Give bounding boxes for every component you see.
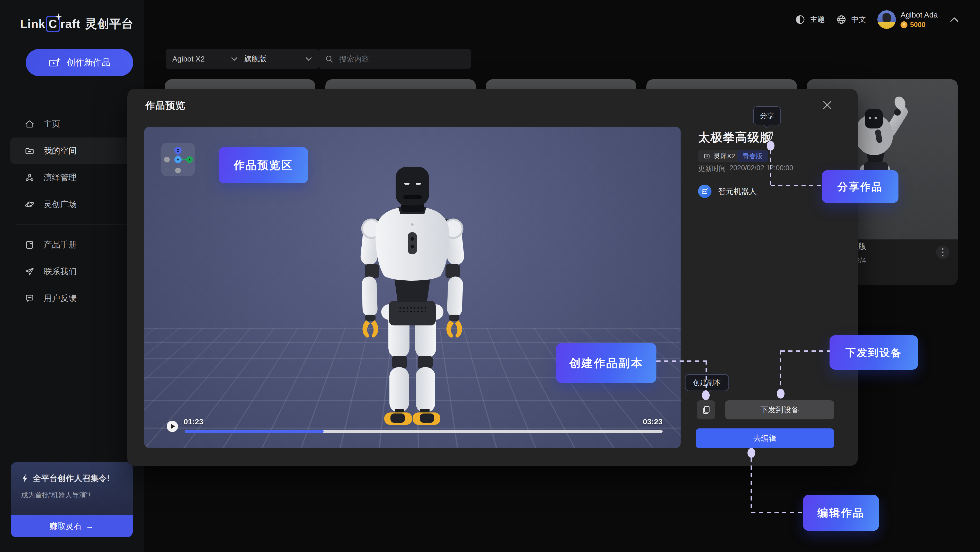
video-plus-icon [49, 57, 61, 68]
search-bar [318, 49, 471, 69]
annotation-dot [777, 389, 784, 399]
app-logo: LinkCraft 灵创平台 [20, 16, 134, 32]
coin-balance: 5000 [900, 21, 938, 29]
folder-icon [25, 146, 35, 156]
annotation-connector [656, 361, 706, 362]
tag-edition: 青春版 [737, 150, 768, 162]
user-avatar[interactable] [877, 10, 896, 29]
updated-time: 更新时间 2020/02/02 12:00:00 [698, 164, 793, 173]
earn-gems-button[interactable]: 赚取灵石 → [11, 515, 133, 537]
logo-c-mark: C [46, 16, 60, 32]
annotation-create-copy: 创建作品副本 [556, 343, 656, 383]
create-new-work-label: 创作新作品 [67, 57, 110, 69]
create-new-work-button[interactable]: 创作新作品 [26, 49, 133, 76]
sidebar-item-label: 演绎管理 [44, 172, 76, 183]
search-icon [325, 54, 334, 63]
annotation-connector [751, 458, 752, 512]
axis-gizmo[interactable]: Z Y X [161, 143, 195, 176]
edition-dropdown-value: 旗舰版 [244, 54, 266, 64]
sidebar-item-feedback[interactable]: 用户反馈 [10, 285, 134, 312]
annotation-dot [702, 390, 710, 400]
sidebar-item-contact[interactable]: 联系我们 [10, 258, 134, 285]
logo-text-prefix: Link [20, 17, 46, 31]
annotation-dot [767, 141, 775, 151]
annotation-connector [770, 150, 771, 185]
progress-bar[interactable] [185, 430, 663, 433]
planet-icon [25, 199, 35, 209]
user-account[interactable]: Agibot Ada 5000 [877, 10, 938, 29]
work-preview-modal: 作品预览 Z Y X [127, 89, 858, 466]
sidebar-item-plaza[interactable]: 灵创广场 [10, 191, 134, 218]
theme-toggle[interactable]: 主题 [795, 14, 825, 25]
author-name: 智元机器人 [718, 186, 757, 197]
axis-x-label: X [188, 158, 191, 162]
deploy-to-device-button[interactable]: 下发到设备 [725, 400, 834, 420]
search-input[interactable] [339, 54, 463, 64]
robot-logo-icon [701, 187, 709, 195]
sidebar-item-performance[interactable]: 演绎管理 [10, 164, 134, 191]
feedback-icon [25, 294, 35, 303]
annotation-deploy: 下发到设备 [829, 335, 918, 370]
home-icon [25, 119, 35, 129]
card-more-menu-button[interactable] [936, 246, 950, 259]
close-icon[interactable] [821, 99, 833, 111]
sidebar-item-manual[interactable]: 产品手册 [10, 231, 134, 258]
avatar-robot-head [883, 13, 891, 22]
total-time: 03:23 [643, 417, 663, 426]
author-row: 智元机器人 [698, 185, 757, 198]
annotation-preview-area: 作品预览区 [219, 147, 308, 183]
logo-star-icon [55, 13, 62, 21]
promo-card: 全平台创作人召集令! 成为首批"机器人导演"! 赚取灵石 → [11, 462, 133, 537]
robot-face-icon [703, 152, 710, 160]
annotation-connector [781, 350, 830, 352]
lightning-icon [21, 474, 29, 483]
create-copy-button[interactable] [697, 400, 715, 420]
annotation-connector [771, 185, 822, 186]
copy-icon [702, 405, 711, 415]
sidebar-item-label: 主页 [44, 118, 60, 130]
coin-icon [900, 21, 907, 28]
sidebar-item-label: 用户反馈 [44, 293, 76, 304]
play-icon [171, 424, 175, 429]
annotation-connector [780, 350, 781, 389]
globe-icon [836, 14, 846, 25]
sidebar-nav: 主页 我的空间 演绎管理 灵创广场 产品手册 联系我们 [10, 111, 134, 312]
logo-cn-text: 灵创平台 [85, 16, 134, 32]
modal-title: 作品预览 [145, 99, 185, 112]
chevron-down-icon [231, 57, 238, 61]
language-label: 中文 [851, 14, 866, 25]
chevron-up-icon[interactable] [949, 16, 959, 24]
book-icon [25, 240, 35, 250]
progress-fill [185, 430, 324, 433]
language-switch[interactable]: 中文 [836, 14, 866, 25]
header-actions: 主题 中文 Agibot Ada 5000 [795, 10, 959, 29]
axis-z-label: Z [177, 148, 179, 153]
promo-title: 全平台创作人召集令! [33, 473, 110, 484]
annotation-connector [706, 361, 707, 391]
share-tooltip: 分享 [753, 106, 781, 125]
sidebar-item-home[interactable]: 主页 [10, 111, 134, 137]
edition-dropdown[interactable]: 旗舰版 [237, 49, 319, 69]
author-avatar [698, 185, 711, 198]
send-icon [25, 267, 35, 276]
go-edit-button[interactable]: 去编辑 [696, 428, 834, 448]
user-name: Agibot Ada [900, 11, 938, 19]
robot-3d-model [357, 165, 468, 428]
annotation-share-work: 分享作品 [822, 170, 899, 203]
current-time: 01:23 [184, 417, 204, 426]
logo-text-suffix: raft [60, 17, 81, 31]
promo-subtitle: 成为首批"机器人导演"! [21, 490, 133, 500]
play-button[interactable] [167, 421, 178, 432]
share-icon[interactable] [762, 131, 774, 142]
tag-robot-model: 灵犀X2 [698, 150, 740, 162]
arrow-right-icon: → [86, 522, 94, 531]
annotation-dot [748, 448, 755, 458]
sidebar-item-my-space[interactable]: 我的空间 [10, 137, 134, 164]
model-dropdown[interactable]: Agibot X2 [165, 49, 244, 69]
theme-label: 主题 [810, 14, 825, 25]
chevron-down-icon [305, 57, 312, 61]
sidebar-item-label: 联系我们 [44, 266, 76, 277]
work-title: 太极拳高级版 [698, 129, 772, 145]
sidebar-item-label: 产品手册 [44, 239, 76, 250]
sidebar-item-label: 灵创广场 [44, 199, 76, 210]
